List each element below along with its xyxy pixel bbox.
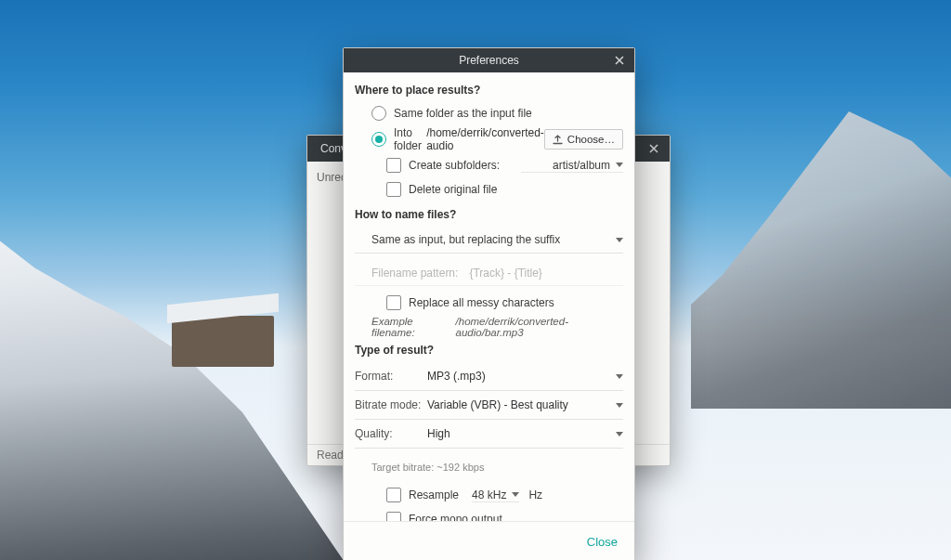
delete-original-row[interactable]: Delete original file (355, 178, 623, 201)
subfolder-pattern-select[interactable]: artist/album (521, 159, 623, 173)
chevron-down-icon (512, 492, 519, 497)
chevron-down-icon (616, 374, 623, 379)
example-filename-label: Example filename: (371, 316, 453, 338)
force-mono-checkbox[interactable] (386, 512, 401, 521)
preferences-footer: Close (344, 521, 634, 560)
radio-same-folder-label: Same folder as the input file (394, 107, 532, 120)
preferences-close-button[interactable]: Close (583, 529, 621, 554)
chevron-down-icon (616, 238, 623, 242)
radio-into-folder-prefix: Into folder (394, 126, 424, 152)
choose-folder-button[interactable]: Choose… (544, 129, 623, 150)
delete-original-label: Delete original file (409, 183, 497, 196)
subfolder-pattern-value: artist/album (553, 159, 610, 172)
example-filename-row: Example filename: /home/derrik/converted… (355, 316, 623, 338)
choose-folder-label: Choose… (567, 134, 615, 145)
create-subfolders-row[interactable]: Create subfolders: artist/album (355, 154, 623, 176)
radio-into-folder[interactable] (371, 132, 386, 147)
create-subfolders-checkbox[interactable] (386, 158, 401, 173)
bitrate-mode-label: Bitrate mode: (355, 398, 427, 411)
wallpaper-cabin (172, 316, 274, 367)
replace-messy-label: Replace all messy characters (409, 296, 554, 309)
preferences-title: Preferences (344, 54, 634, 67)
replace-messy-checkbox[interactable] (386, 295, 401, 310)
preferences-titlebar[interactable]: Preferences (344, 48, 634, 72)
close-icon (649, 144, 658, 153)
section-name-heading: How to name files? (355, 208, 623, 221)
bitrate-mode-value: Variable (VBR) - Best quality (427, 398, 610, 411)
section-type-heading: Type of result? (355, 344, 623, 357)
preferences-dialog: Preferences Where to place results? Same… (343, 47, 635, 560)
bitrate-mode-select[interactable]: Bitrate mode: Variable (VBR) - Best qual… (355, 391, 623, 420)
resample-row[interactable]: Resample 48 kHz Hz (355, 484, 623, 506)
naming-mode-select[interactable]: Same as input, but replacing the suffix (355, 227, 623, 254)
filename-pattern-label: Filename pattern: (371, 267, 458, 280)
chevron-down-icon (616, 163, 623, 167)
preferences-body: Where to place results? Same folder as t… (344, 72, 634, 521)
resample-rate-value: 48 kHz (472, 488, 506, 501)
resample-rate-select[interactable]: 48 kHz (472, 488, 519, 502)
resample-label: Resample (409, 488, 459, 501)
create-subfolders-label: Create subfolders: (409, 159, 500, 172)
quality-select[interactable]: Quality: High (355, 420, 623, 449)
force-mono-label: Force mono output (409, 513, 502, 521)
chevron-down-icon (616, 432, 623, 436)
radio-into-folder-row[interactable]: Into folder /home/derrik/converted-audio… (355, 126, 623, 152)
converter-close-button[interactable] (638, 136, 670, 162)
radio-into-folder-path: /home/derrik/converted-audio (426, 126, 544, 152)
radio-same-folder[interactable] (371, 106, 386, 121)
filename-pattern-value: {Track} - {Title} (469, 267, 541, 280)
quality-label: Quality: (355, 427, 427, 440)
replace-messy-row[interactable]: Replace all messy characters (355, 292, 623, 314)
quality-value: High (427, 427, 610, 440)
target-bitrate-text: Target bitrate: ~192 kbps (371, 462, 484, 473)
upload-icon (553, 135, 563, 145)
format-label: Format: (355, 370, 427, 383)
close-icon (615, 56, 624, 65)
preferences-close-x-button[interactable] (605, 48, 634, 72)
chevron-down-icon (616, 403, 623, 408)
target-bitrate-info: Target bitrate: ~192 kbps (355, 456, 623, 478)
section-where-heading: Where to place results? (355, 84, 623, 97)
naming-mode-value: Same as input, but replacing the suffix (371, 233, 610, 246)
resample-checkbox[interactable] (386, 488, 401, 502)
force-mono-row[interactable]: Force mono output (355, 508, 623, 521)
delete-original-checkbox[interactable] (386, 182, 401, 197)
filename-pattern-row: Filename pattern: {Track} - {Title} (355, 261, 623, 286)
example-filename-value: /home/derrik/converted-audio/bar.mp3 (456, 316, 623, 338)
format-select[interactable]: Format: MP3 (.mp3) (355, 362, 623, 391)
resample-unit: Hz (528, 488, 542, 501)
radio-same-folder-row[interactable]: Same folder as the input file (355, 102, 623, 124)
format-value: MP3 (.mp3) (427, 370, 610, 383)
